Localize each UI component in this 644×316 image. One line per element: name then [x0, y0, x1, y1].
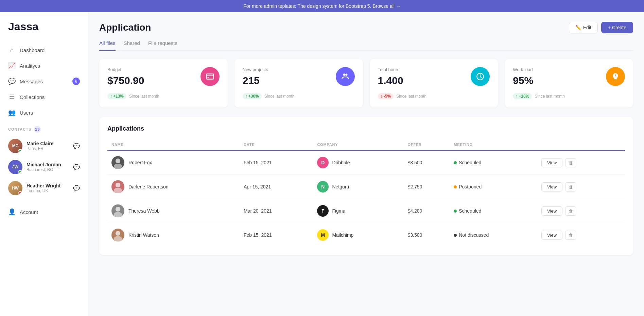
delete-button[interactable]: 🗑	[565, 206, 576, 216]
message-icon-heather[interactable]: 💬	[73, 185, 80, 192]
stat-icon-projects	[336, 67, 355, 86]
stat-card-total-hours: Total hours 1.400 ↓ -5% Since last month	[370, 59, 498, 107]
avatar-heather: HW	[8, 181, 22, 195]
svg-point-7	[116, 183, 120, 187]
person-cell: Darlene Robertson	[111, 180, 236, 193]
contact-info-heather: Heather Wright London, UK	[27, 183, 69, 193]
company-name: Netguru	[332, 184, 349, 189]
stat-icon-budget	[201, 67, 220, 86]
stat-badge-budget: ↑ +13%	[107, 93, 126, 99]
offer-cell: $2.750	[404, 175, 450, 199]
stat-badge-hours: ↓ -5%	[378, 93, 394, 99]
meeting-cell: Scheduled	[454, 208, 533, 214]
tab-all-files[interactable]: All files	[99, 40, 116, 51]
sidebar-item-users[interactable]: 👥 Users	[0, 105, 88, 120]
contact-michael[interactable]: JW Michael Jordan Bucharest, RO 💬	[0, 156, 88, 178]
applications-section: Applications NAME DATE COMPANY OFFER MEE…	[99, 117, 633, 255]
col-header-date: DATE	[240, 139, 313, 150]
company-name: Figma	[332, 208, 345, 214]
svg-point-2	[343, 73, 345, 76]
sidebar-item-label-account: Account	[20, 209, 38, 215]
svg-rect-0	[206, 74, 214, 79]
message-icon-michael[interactable]: 💬	[73, 164, 80, 170]
delete-button[interactable]: 🗑	[565, 158, 576, 167]
stat-since-hours: Since last month	[396, 94, 427, 99]
sidebar-item-label: Messages	[20, 79, 43, 84]
svg-point-3	[345, 73, 348, 76]
table-row: Robert Fox Feb 15, 2021 D Dribbble $3.50…	[107, 150, 625, 175]
svg-point-5	[116, 159, 120, 163]
person-cell: Robert Fox	[111, 156, 236, 169]
page-header: Application ✏️ Edit + Create	[99, 22, 633, 33]
view-button[interactable]: View	[541, 231, 562, 240]
tab-file-requests[interactable]: File requests	[148, 40, 177, 51]
stat-card-new-projects: New projects 215 ↑ +30% Since last month	[234, 59, 363, 107]
account-icon: 👤	[8, 208, 16, 216]
col-header-offer: OFFER	[404, 139, 450, 150]
date-cell: Apr 15, 2021	[240, 175, 313, 199]
contact-name-marie: Marie Claire	[27, 141, 69, 146]
meeting-cell: Scheduled	[454, 160, 533, 165]
applications-title: Applications	[107, 125, 625, 132]
delete-button[interactable]: 🗑	[565, 231, 576, 240]
sidebar-item-dashboard[interactable]: ⌂ Dashboard	[0, 43, 88, 58]
company-name: Mailchimp	[332, 232, 353, 238]
stat-icon-hours	[471, 67, 490, 86]
stat-footer-hours: ↓ -5% Since last month	[378, 93, 490, 99]
person-name: Robert Fox	[128, 160, 152, 165]
meeting-status-text: Scheduled	[459, 160, 481, 165]
offer-cell: $3.500	[404, 223, 450, 247]
table-header-row: NAME DATE COMPANY OFFER MEETING	[107, 139, 625, 150]
table-row: Theresa Webb Mar 20, 2021 F Figma $4.200…	[107, 199, 625, 223]
message-icon-marie[interactable]: 💬	[73, 143, 80, 149]
view-button[interactable]: View	[541, 182, 562, 192]
delete-button[interactable]: 🗑	[565, 182, 576, 192]
view-button[interactable]: View	[541, 158, 562, 167]
contact-marie[interactable]: MC Marie Claire Paris, FR 💬	[0, 135, 88, 156]
home-icon: ⌂	[8, 47, 16, 54]
sidebar-item-label: Analitycs	[20, 63, 40, 69]
applications-table: NAME DATE COMPANY OFFER MEETING	[107, 139, 625, 247]
sidebar-item-account[interactable]: 👤 Account	[0, 204, 88, 220]
stat-footer-budget: ↑ +13% Since last month	[107, 93, 220, 99]
person-name: Kristin Watson	[128, 232, 159, 238]
contact-location-heather: London, UK	[27, 188, 69, 193]
sidebar-item-collections[interactable]: ☰ Collections	[0, 89, 88, 105]
contact-name-michael: Michael Jordan	[27, 162, 69, 167]
contact-info-michael: Michael Jordan Bucharest, RO	[27, 162, 69, 172]
sidebar-item-messages[interactable]: 💬 Messages 6	[0, 73, 88, 89]
date-cell: Feb 15, 2021	[240, 150, 313, 175]
meeting-status-dot	[454, 210, 457, 213]
view-button[interactable]: View	[541, 206, 562, 216]
svg-rect-1	[207, 77, 209, 78]
stat-icon-workload	[606, 67, 625, 86]
sidebar-item-analytics[interactable]: 📈 Analitycs	[0, 58, 88, 73]
col-header-name: NAME	[107, 139, 240, 150]
date-cell: Feb 15, 2021	[240, 223, 313, 247]
tabs: All files Shared File requests	[99, 40, 633, 51]
person-avatar	[111, 180, 124, 193]
create-button[interactable]: + Create	[601, 22, 633, 33]
avatar-michael: JW	[8, 160, 22, 174]
action-cell: View 🗑	[541, 231, 621, 240]
stat-value-hours: 1.400	[378, 75, 403, 86]
col-header-company: COMPANY	[313, 139, 403, 150]
sidebar: Jassa ⌂ Dashboard 📈 Analitycs 💬 Messages…	[0, 12, 88, 316]
contact-info-marie: Marie Claire Paris, FR	[27, 141, 69, 151]
main-content: Application ✏️ Edit + Create All files S…	[88, 12, 644, 316]
stat-value-budget: $750.90	[107, 75, 144, 86]
logo: Jassa	[0, 20, 88, 43]
company-logo: F	[317, 205, 329, 217]
svg-point-8	[114, 188, 122, 193]
status-dot-michael	[18, 170, 22, 173]
company-cell: F Figma	[317, 205, 399, 217]
banner-text: For more admin teplates: The design syst…	[243, 3, 401, 9]
edit-button[interactable]: ✏️ Edit	[569, 22, 598, 33]
company-logo: M	[317, 229, 329, 241]
contacts-section-label: CONTACTS 13	[0, 120, 88, 135]
stat-value-workload: 95%	[513, 75, 533, 86]
contact-heather[interactable]: HW Heather Wright London, UK 💬	[0, 178, 88, 199]
stat-since-projects: Since last month	[264, 94, 295, 99]
tab-shared[interactable]: Shared	[124, 40, 140, 51]
sidebar-item-label: Users	[20, 110, 33, 116]
